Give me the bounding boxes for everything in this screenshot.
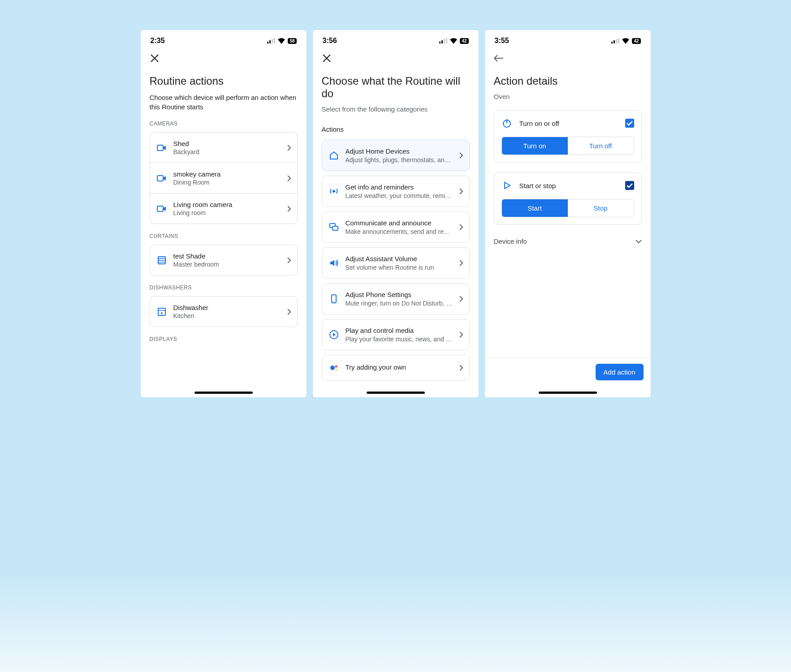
segmented-on-off: Turn on Turn off <box>501 137 634 155</box>
svg-rect-16 <box>444 39 445 43</box>
device-location: Dining Room <box>173 179 281 186</box>
svg-rect-17 <box>446 38 447 43</box>
wifi-icon <box>277 38 285 44</box>
action-sub: Make announcements, send and read t… <box>346 228 453 235</box>
close-button[interactable] <box>150 53 160 63</box>
chevron-right-icon <box>459 188 463 194</box>
battery-icon: 58 <box>288 38 296 44</box>
action-sub: Adjust lights, plugs, thermostats, and … <box>346 156 453 164</box>
page-subtitle: Select from the following categories <box>322 105 470 113</box>
signal-icon <box>439 38 447 43</box>
device-location: Living room <box>173 209 281 216</box>
svg-rect-11 <box>158 308 165 315</box>
home-indicator <box>367 392 425 394</box>
svg-point-25 <box>335 366 337 368</box>
home-icon <box>329 150 339 161</box>
section-actions-label: Actions <box>322 125 470 133</box>
device-dishwasher[interactable]: DishwasherKitchen <box>150 297 297 327</box>
device-smokey-camera[interactable]: smokey cameraDining Room <box>150 163 297 194</box>
checkbox-on-off[interactable] <box>625 119 634 128</box>
page-title: Choose what the Routine will do <box>322 75 470 100</box>
device-name: Oven <box>494 93 642 100</box>
page-title: Action details <box>494 75 642 87</box>
home-indicator <box>195 392 253 394</box>
chevron-right-icon <box>287 175 291 181</box>
chevron-right-icon <box>459 332 463 338</box>
action-title: Communicate and announce <box>346 219 453 227</box>
signal-icon <box>267 38 275 43</box>
action-communicate[interactable]: Communicate and announceMake announcemen… <box>322 211 470 243</box>
svg-rect-1 <box>269 40 271 43</box>
section-cameras-label: CAMERAS <box>150 121 298 127</box>
action-get-info[interactable]: Get info and remindersLatest weather, yo… <box>322 176 470 207</box>
device-living-room-camera[interactable]: Living room cameraLiving room <box>150 194 297 224</box>
btn-turn-off[interactable]: Turn off <box>568 137 634 155</box>
cameras-list: ShedBackyard smokey cameraDining Room Li… <box>150 132 298 224</box>
content: Choose what the Routine will do Select f… <box>313 67 479 397</box>
wifi-icon <box>622 38 630 44</box>
check-icon <box>627 183 633 188</box>
svg-rect-0 <box>267 42 268 43</box>
device-location: Kitchen <box>173 312 281 319</box>
close-icon <box>151 54 159 62</box>
device-info-row[interactable]: Device info <box>494 235 642 248</box>
camera-icon <box>156 173 167 184</box>
svg-rect-4 <box>157 145 163 151</box>
device-title: Living room camera <box>173 201 281 208</box>
dishwashers-list: DishwasherKitchen <box>150 296 298 327</box>
action-play-media[interactable]: Play and control mediaPlay your favorite… <box>322 319 470 350</box>
chevron-down-icon <box>635 240 642 243</box>
camera-icon <box>156 142 167 153</box>
content: Routine actions Choose which device will… <box>141 67 307 397</box>
action-sub: Play your favorite music, news, and mo… <box>346 336 453 343</box>
chevron-right-icon <box>287 206 291 212</box>
action-try-your-own[interactable]: Try adding your own <box>322 355 470 381</box>
btn-turn-on[interactable]: Turn on <box>502 137 568 155</box>
svg-rect-6 <box>157 206 163 211</box>
status-indicators: 58 <box>267 38 296 44</box>
action-title: Adjust Assistant Volume <box>346 255 453 263</box>
status-indicators: 42 <box>439 38 468 44</box>
status-bar: 3:56 42 <box>313 30 479 49</box>
chevron-right-icon <box>459 260 463 266</box>
action-title: Adjust Phone Settings <box>346 291 453 298</box>
wifi-icon <box>450 38 458 44</box>
signal-icon <box>611 38 619 43</box>
svg-point-22 <box>333 301 334 302</box>
section-displays-label: DISPLAYS <box>150 336 298 342</box>
chevron-right-icon <box>459 296 463 302</box>
btn-start[interactable]: Start <box>502 199 568 217</box>
action-adjust-home-devices[interactable]: Adjust Home DevicesAdjust lights, plugs,… <box>322 140 470 171</box>
play-icon <box>329 329 339 340</box>
assistant-icon <box>329 362 339 373</box>
back-button[interactable] <box>494 53 504 63</box>
action-sub: Mute ringer, turn on Do Not Disturb, an… <box>346 300 453 307</box>
svg-rect-14 <box>439 42 441 43</box>
close-button[interactable] <box>322 53 332 63</box>
status-time: 3:55 <box>495 37 509 45</box>
action-adjust-volume[interactable]: Adjust Assistant VolumeSet volume when R… <box>322 247 470 279</box>
svg-point-13 <box>161 312 163 314</box>
blinds-icon <box>156 255 167 266</box>
action-sub: Set volume when Routine is run <box>346 264 453 271</box>
phone-icon <box>329 293 339 304</box>
action-adjust-phone[interactable]: Adjust Phone SettingsMute ringer, turn o… <box>322 283 470 314</box>
device-test-shade[interactable]: test ShadeMaster bedroom <box>150 245 297 275</box>
action-title: Get info and reminders <box>346 183 453 191</box>
device-shed[interactable]: ShedBackyard <box>150 133 297 163</box>
content: Action details Oven Turn on or off Turn … <box>485 67 651 358</box>
nav-bar <box>485 49 651 67</box>
add-action-button[interactable]: Add action <box>596 364 644 380</box>
action-title: Try adding your own <box>346 363 453 371</box>
btn-stop[interactable]: Stop <box>568 199 634 217</box>
section-curtains-label: CURTAINS <box>150 233 298 239</box>
svg-rect-2 <box>272 39 273 43</box>
page-subtitle: Choose which device will perform an acti… <box>150 93 298 112</box>
play-icon <box>501 180 512 191</box>
svg-rect-30 <box>618 38 619 43</box>
device-title: test Shade <box>173 252 281 260</box>
card-label: Turn on or off <box>519 120 618 127</box>
svg-rect-28 <box>614 40 615 43</box>
svg-rect-5 <box>157 176 163 181</box>
checkbox-start-stop[interactable] <box>625 181 634 190</box>
